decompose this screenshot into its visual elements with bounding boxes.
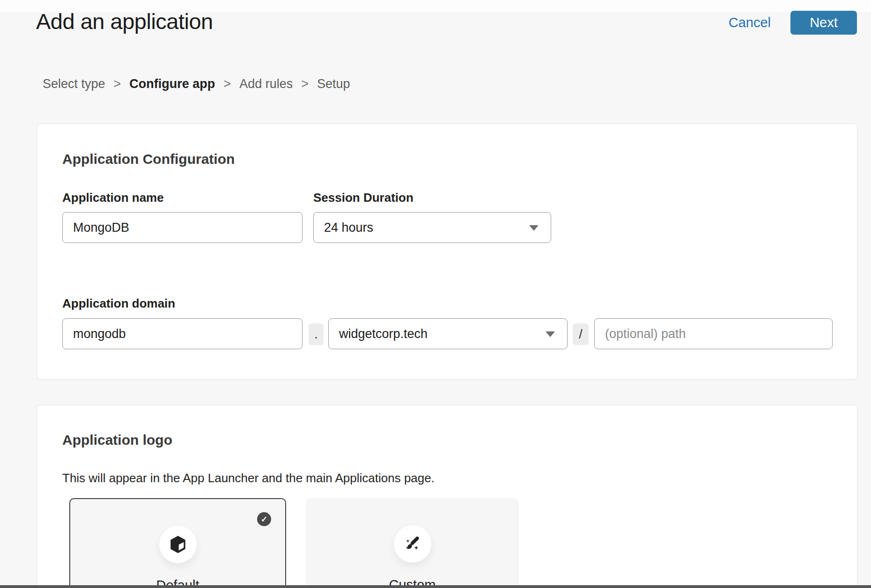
domain-slash-separator: / [573, 323, 589, 345]
breadcrumb-separator: > [114, 77, 121, 91]
application-domain-label: Application domain [62, 296, 175, 311]
application-logo-heading: Application logo [62, 432, 172, 448]
application-name-label: Application name [62, 191, 164, 205]
next-button[interactable]: Next [790, 11, 857, 35]
domain-select[interactable]: widgetcorp.tech [328, 318, 568, 349]
breadcrumb-separator: > [223, 77, 231, 91]
chevron-down-icon [546, 331, 555, 337]
cube-icon [159, 526, 197, 563]
logo-option-custom[interactable]: Custom [306, 498, 519, 588]
domain-value: widgetcorp.tech [339, 327, 428, 341]
paintbrush-icon [394, 525, 431, 563]
domain-dot-separator: . [309, 323, 324, 345]
check-icon: ✓ [257, 512, 271, 526]
cancel-button[interactable]: Cancel [729, 15, 771, 30]
application-name-input[interactable] [62, 212, 303, 243]
application-logo-card: Application logo This will appear in the… [37, 405, 857, 588]
chevron-down-icon [529, 225, 539, 231]
breadcrumb-step-setup[interactable]: Setup [317, 77, 350, 91]
application-logo-description: This will appear in the App Launcher and… [62, 471, 435, 485]
session-duration-label: Session Duration [313, 191, 413, 205]
breadcrumb-step-select-type[interactable]: Select type [43, 77, 105, 91]
session-duration-select[interactable]: 24 hours [313, 212, 551, 243]
breadcrumb-step-configure-app[interactable]: Configure app [129, 77, 215, 91]
breadcrumb-separator: > [301, 77, 309, 91]
subdomain-input[interactable] [62, 318, 303, 349]
path-input[interactable] [594, 318, 833, 349]
header-actions: Cancel Next [729, 11, 857, 35]
page-title: Add an application [36, 8, 213, 34]
application-configuration-card: Application Configuration Application na… [37, 124, 857, 380]
logo-option-default[interactable]: ✓ Default [69, 498, 286, 588]
breadcrumb: Select type > Configure app > Add rules … [43, 77, 350, 91]
breadcrumb-step-add-rules[interactable]: Add rules [239, 77, 293, 91]
bottom-edge-bar [0, 585, 871, 588]
session-duration-value: 24 hours [324, 220, 373, 235]
application-configuration-heading: Application Configuration [62, 151, 235, 167]
